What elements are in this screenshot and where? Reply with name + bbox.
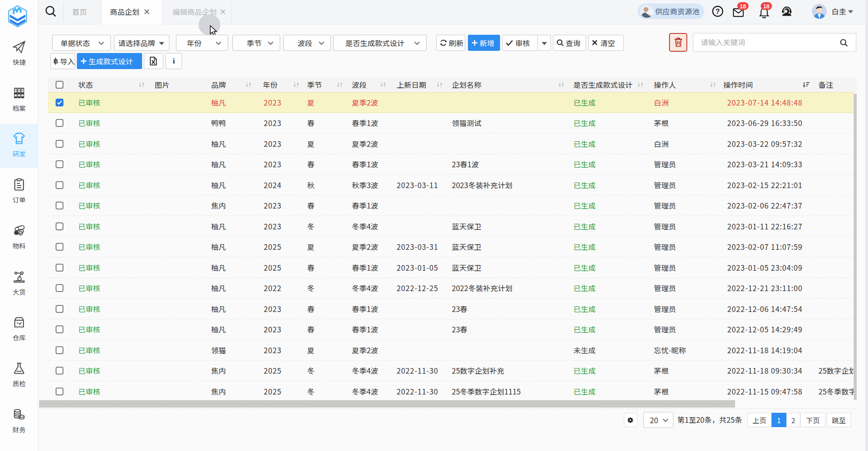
svg-text:?: ?	[716, 6, 720, 16]
